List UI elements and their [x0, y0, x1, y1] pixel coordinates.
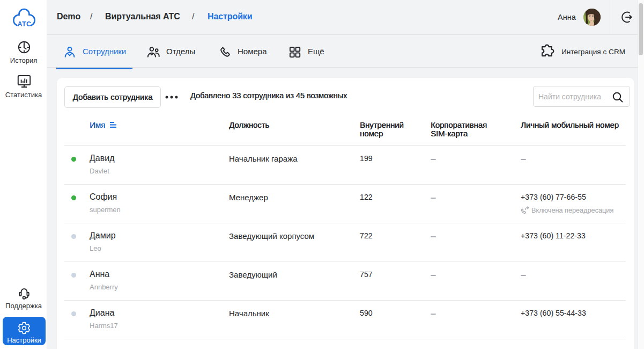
svg-text:АТС: АТС: [18, 20, 32, 28]
